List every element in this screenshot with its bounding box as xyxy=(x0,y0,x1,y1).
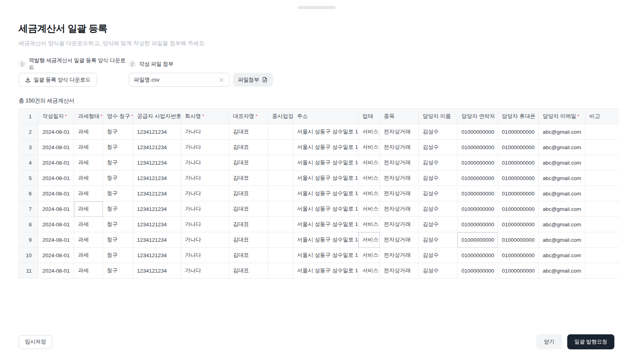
table-cell[interactable]: 김성수 xyxy=(419,217,458,232)
table-cell[interactable] xyxy=(585,201,620,217)
table-cell[interactable] xyxy=(585,232,620,248)
table-cell[interactable]: 김성수 xyxy=(419,248,458,263)
table-cell[interactable]: 서울시 성동구 성수일로 1212 xyxy=(293,155,358,171)
table-cell[interactable]: 과세 xyxy=(74,248,103,263)
table-cell[interactable]: 전자상거래 xyxy=(380,201,419,217)
table-cell[interactable]: 01000000000 xyxy=(498,186,539,201)
table-cell[interactable]: 청구 xyxy=(103,248,133,263)
table-cell[interactable]: abc@gmail.com xyxy=(539,186,585,201)
table-cell[interactable]: abc@gmail.com xyxy=(539,248,585,263)
table-cell[interactable] xyxy=(585,155,620,171)
table-cell[interactable]: 2024-08-01 xyxy=(38,248,74,263)
table-cell[interactable]: 김대표 xyxy=(229,248,268,263)
table-cell[interactable]: 2024-08-01 xyxy=(38,232,74,248)
table-cell[interactable]: abc@gmail.com xyxy=(539,263,585,279)
table-cell[interactable]: 01000000000 xyxy=(458,155,498,171)
table-cell[interactable]: 서비스 xyxy=(358,248,380,263)
table-cell[interactable]: abc@gmail.com xyxy=(539,217,585,232)
table-cell[interactable]: 1234121234 xyxy=(133,263,181,279)
table-cell[interactable]: 과세 xyxy=(74,263,103,279)
table-cell[interactable]: 김성수 xyxy=(419,263,458,279)
table-cell[interactable]: abc@gmail.com xyxy=(539,201,585,217)
table-cell[interactable]: 김성수 xyxy=(419,186,458,201)
table-cell[interactable]: 청구 xyxy=(103,171,133,186)
table-cell[interactable]: 2024-08-01 xyxy=(38,124,74,140)
table-cell[interactable]: 1234121234 xyxy=(133,124,181,140)
table-cell[interactable] xyxy=(268,186,293,201)
table-cell[interactable]: 1234121234 xyxy=(133,171,181,186)
table-cell[interactable]: 김성수 xyxy=(419,140,458,155)
table-cell[interactable] xyxy=(585,263,620,279)
table-cell[interactable]: 01000000000 xyxy=(458,140,498,155)
table-cell[interactable]: 01000000000 xyxy=(498,171,539,186)
table-cell[interactable]: 01000000000 xyxy=(498,124,539,140)
table-cell[interactable]: 2024-08-01 xyxy=(38,171,74,186)
close-button[interactable]: 닫기 xyxy=(536,334,562,349)
table-cell[interactable]: 서비스 xyxy=(358,171,380,186)
table-cell[interactable]: 서비스 xyxy=(358,263,380,279)
table-cell[interactable]: 가나다 xyxy=(181,217,229,232)
table-cell[interactable] xyxy=(585,248,620,263)
table-cell[interactable]: 가나다 xyxy=(181,186,229,201)
table-cell[interactable] xyxy=(585,217,620,232)
table-cell[interactable]: 서울시 성동구 성수일로 1212 xyxy=(293,217,358,232)
table-cell[interactable]: 김성수 xyxy=(419,232,458,248)
table-cell[interactable]: 청구 xyxy=(103,263,133,279)
table-cell[interactable]: 김대표 xyxy=(229,171,268,186)
table-cell[interactable]: 청구 xyxy=(103,201,133,217)
table-cell[interactable]: 01000000000 xyxy=(458,171,498,186)
table-cell[interactable]: 과세 xyxy=(74,217,103,232)
table-cell[interactable]: 1234121234 xyxy=(133,232,181,248)
table-cell[interactable] xyxy=(268,217,293,232)
table-cell[interactable]: 김성수 xyxy=(419,124,458,140)
table-cell[interactable] xyxy=(268,263,293,279)
table-cell[interactable]: 2024-08-01 xyxy=(38,140,74,155)
table-cell[interactable]: 01000000000 xyxy=(458,232,498,248)
table-cell[interactable]: 01000000000 xyxy=(498,155,539,171)
table-cell[interactable]: 전자상거래 xyxy=(380,155,419,171)
table-cell[interactable]: 서울시 성동구 성수일로 1212 xyxy=(293,171,358,186)
table-cell[interactable]: 청구 xyxy=(103,124,133,140)
table-cell[interactable]: 전자상거래 xyxy=(380,186,419,201)
attach-file-button[interactable]: 파일첨부 xyxy=(233,73,273,87)
table-cell[interactable]: 과세 xyxy=(74,171,103,186)
table-cell[interactable]: abc@gmail.com xyxy=(539,232,585,248)
table-cell[interactable]: 01000000000 xyxy=(498,140,539,155)
table-cell[interactable] xyxy=(268,201,293,217)
table-cell[interactable]: 1234121234 xyxy=(133,201,181,217)
table-cell[interactable]: 김대표 xyxy=(229,140,268,155)
table-cell[interactable] xyxy=(268,171,293,186)
table-cell[interactable]: 서비스 xyxy=(358,201,380,217)
table-cell[interactable]: 가나다 xyxy=(181,140,229,155)
table-cell[interactable] xyxy=(585,186,620,201)
table-cell[interactable]: 청구 xyxy=(103,217,133,232)
table-cell[interactable]: 01000000000 xyxy=(458,263,498,279)
table-cell[interactable]: 01000000000 xyxy=(458,217,498,232)
table-cell[interactable] xyxy=(268,248,293,263)
modal-drag-handle[interactable] xyxy=(298,6,336,9)
table-cell[interactable]: 청구 xyxy=(103,232,133,248)
table-cell[interactable]: 서울시 성동구 성수일로 1212 xyxy=(293,124,358,140)
table-cell[interactable]: 서울시 성동구 성수일로 1212 xyxy=(293,201,358,217)
table-cell[interactable]: 01000000000 xyxy=(458,186,498,201)
table-cell[interactable]: 과세 xyxy=(74,140,103,155)
table-cell[interactable]: 서비스 xyxy=(358,217,380,232)
table-cell[interactable]: 전자상거래 xyxy=(380,263,419,279)
table-cell[interactable]: 01000000000 xyxy=(498,263,539,279)
table-cell[interactable]: 김대표 xyxy=(229,263,268,279)
table-cell[interactable]: 서비스 xyxy=(358,140,380,155)
table-cell[interactable]: 김대표 xyxy=(229,124,268,140)
save-draft-button[interactable]: 임시저장 xyxy=(19,335,52,349)
table-cell[interactable]: 2024-08-01 xyxy=(38,186,74,201)
table-cell[interactable]: 가나다 xyxy=(181,124,229,140)
table-cell[interactable]: 1234121234 xyxy=(133,186,181,201)
table-cell[interactable]: abc@gmail.com xyxy=(539,171,585,186)
table-cell[interactable]: 청구 xyxy=(103,140,133,155)
table-cell[interactable]: 가나다 xyxy=(181,155,229,171)
table-cell[interactable]: 청구 xyxy=(103,155,133,171)
table-cell[interactable]: 김대표 xyxy=(229,201,268,217)
attached-file-field[interactable] xyxy=(129,73,230,87)
table-cell[interactable]: 가나다 xyxy=(181,201,229,217)
table-cell[interactable]: 서비스 xyxy=(358,232,380,248)
table-cell[interactable]: 김대표 xyxy=(229,155,268,171)
